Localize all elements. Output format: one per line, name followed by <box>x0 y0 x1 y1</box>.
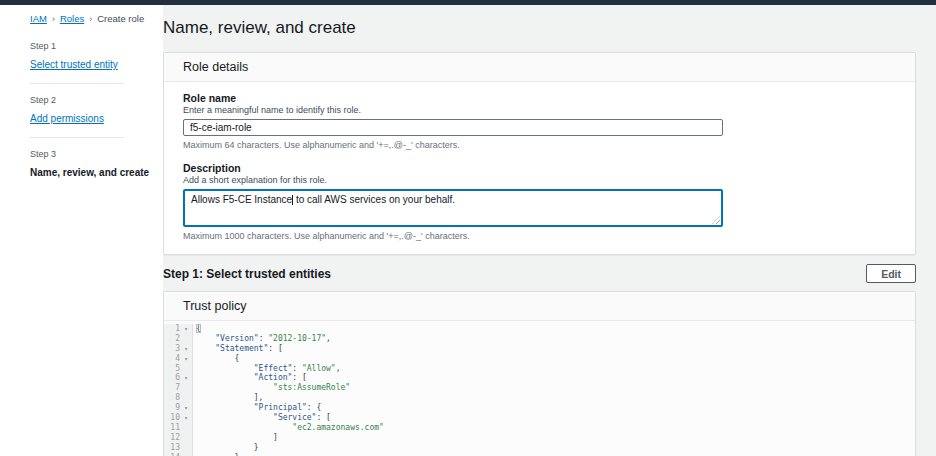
line-number: 13 <box>164 443 180 453</box>
trust-policy-header: Trust policy <box>164 292 915 321</box>
line-number: 2 <box>164 334 180 344</box>
role-name-field-group: Role name Enter a meaningful name to ide… <box>183 92 896 150</box>
divider <box>30 137 124 138</box>
role-name-label: Role name <box>183 92 896 104</box>
code-line: 11 "ec2.amazonaws.com" <box>164 423 915 433</box>
main-content: Name, review, and create Role details Ro… <box>163 5 936 456</box>
sidebar-step-1: Step 1 Select trusted entity <box>30 41 154 72</box>
code-line: 8 ], <box>164 393 915 403</box>
line-number: 11 <box>164 423 180 433</box>
role-name-input[interactable] <box>183 119 723 136</box>
breadcrumb-separator-icon: › <box>89 14 92 24</box>
code-line: 14 } <box>164 453 915 456</box>
fold-toggle-icon[interactable]: ▾ <box>180 354 192 364</box>
code-line: 9▾ "Principal": { <box>164 403 915 413</box>
description-field-group: Description Add a short explanation for … <box>183 162 896 241</box>
role-details-body: Role name Enter a meaningful name to ide… <box>164 82 915 254</box>
line-number: 4 <box>164 354 180 364</box>
breadcrumb-current: Create role <box>97 13 144 24</box>
role-name-constraint: Maximum 64 characters. Use alphanumeric … <box>183 140 896 150</box>
divider <box>30 83 124 84</box>
fold-toggle-icon[interactable]: ▾ <box>180 344 192 354</box>
code-line: 2 "Version": "2012-10-17", <box>164 334 915 344</box>
breadcrumb-link-iam[interactable]: IAM <box>30 13 47 24</box>
line-number: 12 <box>164 433 180 443</box>
trust-policy-editor[interactable]: 1▾{2 "Version": "2012-10-17",3▾ "Stateme… <box>164 321 915 456</box>
trust-policy-card: Trust policy 1▾{2 "Version": "2012-10-17… <box>163 291 916 456</box>
code-line: 13 } <box>164 443 915 453</box>
line-number: 9 <box>164 403 180 413</box>
edit-button[interactable]: Edit <box>866 264 916 283</box>
description-constraint: Maximum 1000 characters. Use alphanumeri… <box>183 231 896 241</box>
resize-handle[interactable] <box>712 216 720 224</box>
sidebar-item-add-permissions[interactable]: Add permissions <box>30 113 104 124</box>
breadcrumb: IAM › Roles › Create role <box>30 13 163 24</box>
description-text-before-cursor: Allows F5-CE Instance <box>191 194 292 205</box>
code-lines: 1▾{2 "Version": "2012-10-17",3▾ "Stateme… <box>164 324 915 456</box>
line-number: 5 <box>164 364 180 374</box>
breadcrumb-separator-icon: › <box>52 14 55 24</box>
role-name-description: Enter a meaningful name to identify this… <box>183 105 896 115</box>
code-line: 3▾ "Statement": [ <box>164 344 915 354</box>
code-line: 6▾ "Action": [ <box>164 373 915 383</box>
line-number: 7 <box>164 383 180 393</box>
fold-toggle-icon[interactable]: ▾ <box>180 413 192 423</box>
description-textarea[interactable]: Allows F5-CE Instance to call AWS servic… <box>183 189 723 227</box>
page-layout: IAM › Roles › Create role Step 1 Select … <box>0 5 936 456</box>
code-line: 5 "Effect": "Allow", <box>164 364 915 374</box>
code-line: 12 ] <box>164 433 915 443</box>
wizard-steps-nav: Step 1 Select trusted entity Step 2 Add … <box>30 41 163 180</box>
fold-toggle-icon[interactable]: ▾ <box>180 324 192 334</box>
line-number: 1 <box>164 324 180 334</box>
line-number: 6 <box>164 373 180 383</box>
description-label: Description <box>183 162 896 174</box>
fold-toggle-icon[interactable]: ▾ <box>180 373 192 383</box>
line-number: 14 <box>164 453 180 456</box>
step-2-number: Step 2 <box>30 95 154 105</box>
description-description: Add a short explanation for this role. <box>183 175 896 185</box>
sidebar-item-select-trusted-entity[interactable]: Select trusted entity <box>30 59 118 70</box>
left-column: IAM › Roles › Create role Step 1 Select … <box>0 5 163 456</box>
code-line: 7 "sts:AssumeRole" <box>164 383 915 393</box>
code-line: 10▾ "Service": [ <box>164 413 915 423</box>
breadcrumb-link-roles[interactable]: Roles <box>60 13 84 24</box>
fold-toggle-icon[interactable]: ▾ <box>180 403 192 413</box>
step1-section-title: Step 1: Select trusted entities <box>163 267 331 281</box>
code-line: 4▾ { <box>164 354 915 364</box>
role-details-card: Role details Role name Enter a meaningfu… <box>163 52 916 255</box>
step-1-number: Step 1 <box>30 41 154 51</box>
description-text-after-cursor: to call AWS services on your behalf. <box>293 194 455 205</box>
step1-section-row: Step 1: Select trusted entities Edit <box>163 264 916 283</box>
sidebar-step-2: Step 2 Add permissions <box>30 95 154 126</box>
line-number: 10 <box>164 413 180 423</box>
sidebar-step-3: Step 3 Name, review, and create <box>30 149 154 180</box>
sidebar-item-name-review-create: Name, review, and create <box>30 167 149 178</box>
line-number: 8 <box>164 393 180 403</box>
role-details-header: Role details <box>164 53 915 82</box>
step-3-number: Step 3 <box>30 149 154 159</box>
line-number: 3 <box>164 344 180 354</box>
code-line: 1▾{ <box>164 324 915 334</box>
page-title: Name, review, and create <box>163 18 916 38</box>
